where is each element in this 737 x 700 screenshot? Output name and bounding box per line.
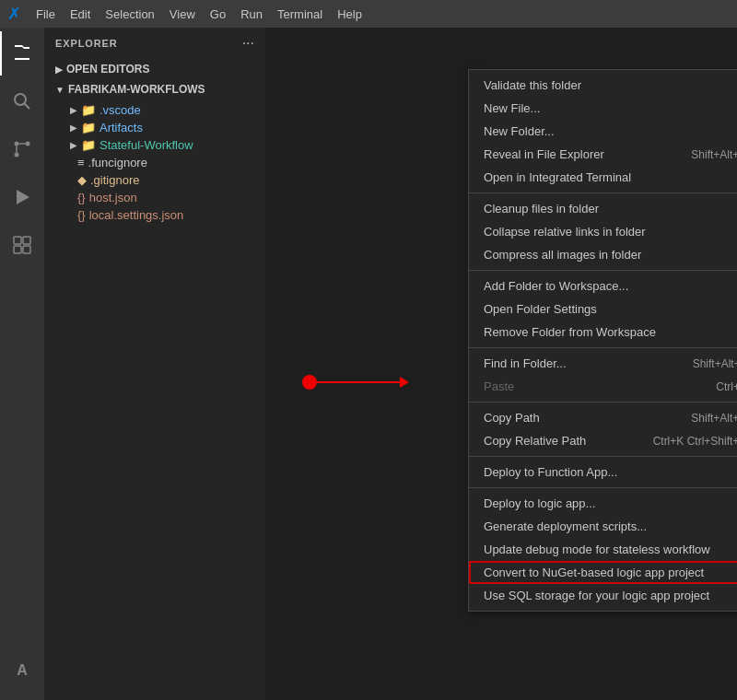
gitignore-label: .gitignore xyxy=(90,173,139,187)
menu-paste-label: Paste xyxy=(484,379,514,393)
svg-marker-6 xyxy=(17,190,29,204)
menu-new-folder-label: New Folder... xyxy=(484,124,555,138)
menu-selection[interactable]: Selection xyxy=(98,4,161,25)
vscode-chevron: ▶ xyxy=(70,105,77,115)
menu-folder-settings-label: Open Folder Settings xyxy=(484,302,597,316)
menu-collapse-links[interactable]: Collapse relative links in folder xyxy=(469,220,737,243)
funcignore-icon: ≡ xyxy=(77,156,85,169)
stateful-icon: 📁 xyxy=(81,138,96,152)
menu-find-folder[interactable]: Find in Folder... Shift+Alt+F xyxy=(469,352,737,375)
menu-compress-label: Compress all images in folder xyxy=(484,248,641,262)
menu-run[interactable]: Run xyxy=(233,4,270,25)
artifacts-icon: 📁 xyxy=(81,121,96,134)
menu-deploy-function[interactable]: Deploy to Function App... xyxy=(469,461,737,484)
tree-item-funcignore[interactable]: ≡ .funcignore xyxy=(44,154,265,171)
azure-icon[interactable]: A xyxy=(0,648,44,693)
localsettings-icon: {} xyxy=(77,208,86,222)
menu-deploy-logic-label: Deploy to logic app... xyxy=(484,496,595,510)
menu-use-sql-label: Use SQL storage for your logic app proje… xyxy=(484,589,709,602)
menu-open-terminal[interactable]: Open in Integrated Terminal xyxy=(469,166,737,189)
vscode-label: .vscode xyxy=(99,103,141,117)
menu-deploy-logic[interactable]: Deploy to logic app... xyxy=(469,492,737,515)
svg-point-3 xyxy=(26,142,30,146)
extensions-icon[interactable] xyxy=(0,223,44,267)
separator-4 xyxy=(469,402,737,402)
menu-update-debug[interactable]: Update debug mode for stateless workflow xyxy=(469,538,737,561)
separator-3 xyxy=(469,347,737,348)
tree-item-vscode[interactable]: ▶ 📁 .vscode xyxy=(44,101,265,119)
artifacts-chevron: ▶ xyxy=(70,122,77,133)
menu-new-folder[interactable]: New Folder... xyxy=(469,120,737,143)
open-editors-section[interactable]: ▶ OPEN EDITORS xyxy=(44,59,265,79)
sidebar-header: EXPLORER ··· xyxy=(44,28,265,59)
tree-item-gitignore[interactable]: ◆ .gitignore xyxy=(44,171,265,189)
menu-cleanup-label: Cleanup files in folder xyxy=(484,202,599,216)
open-editors-chevron: ▶ xyxy=(55,64,63,75)
tree-item-artifacts[interactable]: ▶ 📁 Artifacts xyxy=(44,119,265,136)
menu-cleanup[interactable]: Cleanup files in folder xyxy=(469,197,737,220)
menu-add-folder[interactable]: Add Folder to Workspace... xyxy=(469,274,737,298)
menu-find-label: Find in Folder... xyxy=(484,356,567,370)
menu-copy-path[interactable]: Copy Path Shift+Alt+C xyxy=(469,406,737,429)
menu-validate-folder-label: Validate this folder xyxy=(484,78,581,92)
menu-help[interactable]: Help xyxy=(330,4,369,25)
stateful-label: Stateful-Workflow xyxy=(99,138,193,152)
menu-paste-shortcut: Ctrl+V xyxy=(716,380,737,393)
menu-new-file-label: New File... xyxy=(484,101,540,115)
menu-copy-relative-label: Copy Relative Path xyxy=(484,434,586,448)
menu-file[interactable]: File xyxy=(29,4,63,25)
annotation-arrowhead xyxy=(400,377,409,388)
annotation-line xyxy=(317,381,400,383)
menu-copy-path-label: Copy Path xyxy=(484,411,540,425)
menu-reveal-explorer-label: Reveal in File Explorer xyxy=(484,147,604,161)
menu-open-terminal-label: Open in Integrated Terminal xyxy=(484,170,631,184)
stateful-chevron: ▶ xyxy=(70,140,77,150)
menu-convert-nuget-label: Convert to NuGet-based logic app project xyxy=(484,566,704,579)
menu-find-shortcut: Shift+Alt+F xyxy=(693,357,737,370)
tree-item-stateful[interactable]: ▶ 📁 Stateful-Workflow xyxy=(44,136,265,154)
menu-folder-settings[interactable]: Open Folder Settings xyxy=(469,298,737,321)
source-control-icon[interactable] xyxy=(0,127,44,171)
separator-2 xyxy=(469,270,737,271)
file-tree: ▶ 📁 .vscode ▶ 📁 Artifacts ▶ 📁 Stateful-W… xyxy=(44,99,265,226)
svg-rect-9 xyxy=(14,246,21,253)
fabrikam-section[interactable]: ▼ FABRIKAM-WORKFLOWS xyxy=(44,79,265,99)
menu-reveal-explorer[interactable]: Reveal in File Explorer Shift+Alt+R xyxy=(469,143,737,166)
menu-collapse-label: Collapse relative links in folder xyxy=(484,225,646,239)
search-icon[interactable] xyxy=(0,79,44,123)
menu-update-debug-label: Update debug mode for stateless workflow xyxy=(484,542,710,556)
menu-view[interactable]: View xyxy=(162,4,203,25)
menu-compress-images[interactable]: Compress all images in folder xyxy=(469,243,737,266)
menu-validate-folder[interactable]: Validate this folder xyxy=(469,74,737,97)
svg-line-1 xyxy=(25,104,30,110)
menu-terminal[interactable]: Terminal xyxy=(270,4,330,25)
menu-edit[interactable]: Edit xyxy=(63,4,98,25)
svg-rect-10 xyxy=(23,246,30,253)
menu-paste: Paste Ctrl+V xyxy=(469,375,737,398)
separator-5 xyxy=(469,456,737,457)
menu-generate-scripts[interactable]: Generate deployment scripts... xyxy=(469,515,737,538)
menu-copy-relative[interactable]: Copy Relative Path Ctrl+K Ctrl+Shift+C xyxy=(469,429,737,452)
editor-area: Validate this folder New File... New Fol… xyxy=(265,28,737,700)
menu-deploy-function-label: Deploy to Function App... xyxy=(484,465,617,479)
context-menu: Validate this folder New File... New Fol… xyxy=(468,69,737,612)
files-icon[interactable] xyxy=(0,31,44,76)
menubar: ✗ File Edit Selection View Go Run Termin… xyxy=(0,0,737,28)
menu-remove-folder-label: Remove Folder from Workspace xyxy=(484,325,656,339)
tree-item-hostjson[interactable]: {} host.json xyxy=(44,189,265,206)
tree-item-localsettings[interactable]: {} local.settings.json xyxy=(44,206,265,224)
svg-rect-8 xyxy=(23,237,30,244)
menu-use-sql[interactable]: Use SQL storage for your logic app proje… xyxy=(469,584,737,607)
menu-reveal-shortcut: Shift+Alt+R xyxy=(691,148,737,161)
menu-go[interactable]: Go xyxy=(203,4,233,25)
menu-new-file[interactable]: New File... xyxy=(469,97,737,120)
menu-remove-folder[interactable]: Remove Folder from Workspace xyxy=(469,321,737,344)
menu-copy-path-shortcut: Shift+Alt+C xyxy=(691,412,737,425)
sidebar-title: EXPLORER xyxy=(55,38,118,49)
menu-copy-relative-shortcut: Ctrl+K Ctrl+Shift+C xyxy=(653,435,737,448)
activity-bar-bottom: A xyxy=(0,648,44,700)
menu-convert-nuget[interactable]: Convert to NuGet-based logic app project xyxy=(469,561,737,584)
sidebar-more-button[interactable]: ··· xyxy=(242,35,254,52)
annotation-arrow xyxy=(302,375,409,390)
run-debug-icon[interactable] xyxy=(0,175,44,219)
